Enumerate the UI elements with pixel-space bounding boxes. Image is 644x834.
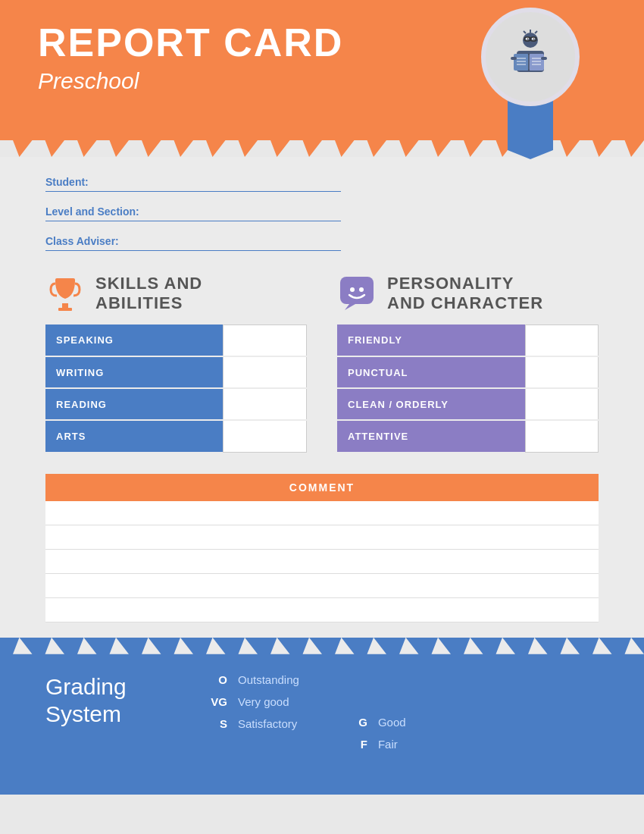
personality-table: FRIENDLY PUNCTUAL CLEAN / ORDERLY ATTENT… bbox=[337, 325, 599, 453]
level-row: Level and Section: bbox=[45, 205, 599, 221]
svg-point-3 bbox=[527, 39, 529, 40]
grading-row: G Good bbox=[345, 716, 406, 729]
footer: GradingSystem O Outstanding VG Very good… bbox=[0, 654, 644, 795]
personality-label-cell: CLEAN / ORDERLY bbox=[337, 388, 525, 420]
grade-description: Very good bbox=[238, 695, 289, 708]
svg-point-4 bbox=[533, 39, 535, 40]
grading-row: VG Very good bbox=[205, 695, 299, 708]
personality-table-row: FRIENDLY bbox=[337, 325, 599, 356]
skills-table: SPEAKING WRITING READING ARTS bbox=[45, 325, 307, 453]
adviser-label: Class Adviser: bbox=[45, 235, 599, 247]
comment-lines bbox=[45, 501, 599, 622]
skills-section-header: SKILLS ANDABILITIES bbox=[45, 274, 307, 314]
grading-system-title: GradingSystem bbox=[45, 673, 159, 728]
svg-rect-24 bbox=[58, 308, 72, 311]
grade-description: Fair bbox=[378, 738, 398, 751]
header: REPORT CARD Preschool bbox=[0, 0, 644, 140]
personality-title: PERSONALITYAND CHARACTER bbox=[387, 274, 543, 314]
personality-label-cell: FRIENDLY bbox=[337, 325, 525, 356]
grading-row: F Fair bbox=[345, 738, 406, 751]
book-reader-icon bbox=[500, 27, 561, 87]
level-input-line bbox=[45, 221, 341, 221]
svg-rect-13 bbox=[529, 54, 544, 71]
grade-description: Good bbox=[378, 716, 406, 729]
personality-section-header: PERSONALITYAND CHARACTER bbox=[337, 274, 599, 314]
skills-label-cell: WRITING bbox=[45, 356, 223, 388]
svg-rect-15 bbox=[511, 57, 517, 60]
grade-code: O bbox=[205, 673, 227, 686]
personality-table-row: PUNCTUAL bbox=[337, 356, 599, 388]
skills-label-cell: READING bbox=[45, 388, 223, 420]
skills-title: SKILLS ANDABILITIES bbox=[95, 274, 202, 314]
student-label: Student: bbox=[45, 176, 599, 188]
svg-point-28 bbox=[350, 287, 355, 292]
skills-value-cell bbox=[223, 356, 306, 388]
skills-section: SKILLS ANDABILITIES SPEAKING WRITING REA… bbox=[45, 274, 307, 453]
personality-label-cell: PUNCTUAL bbox=[337, 356, 525, 388]
comment-section: COMMENT bbox=[45, 474, 599, 622]
skills-value-cell bbox=[223, 420, 306, 452]
grade-description: Outstanding bbox=[238, 673, 299, 686]
student-info-section: Student: Level and Section: Class Advise… bbox=[45, 176, 599, 251]
badge-container bbox=[477, 8, 583, 159]
comment-line bbox=[45, 574, 599, 598]
svg-marker-27 bbox=[345, 304, 355, 310]
main-content: Student: Level and Section: Class Advise… bbox=[0, 157, 644, 638]
skills-table-row: WRITING bbox=[45, 356, 307, 388]
grade-code: G bbox=[345, 716, 367, 729]
smiley-chat-icon bbox=[337, 274, 377, 313]
svg-rect-25 bbox=[55, 278, 75, 282]
comment-line bbox=[45, 598, 599, 622]
badge-circle bbox=[481, 8, 580, 106]
svg-point-29 bbox=[359, 287, 364, 292]
svg-rect-16 bbox=[541, 57, 547, 60]
svg-line-9 bbox=[524, 31, 526, 33]
svg-rect-26 bbox=[340, 277, 374, 304]
grading-table: O Outstanding VG Very good S Satisfactor… bbox=[205, 673, 599, 751]
skills-value-cell bbox=[223, 325, 306, 356]
comment-line bbox=[45, 501, 599, 525]
skills-table-row: ARTS bbox=[45, 420, 307, 452]
personality-value-cell bbox=[525, 356, 598, 388]
personality-table-row: ATTENTIVE bbox=[337, 420, 599, 452]
sections-row: SKILLS ANDABILITIES SPEAKING WRITING REA… bbox=[45, 274, 599, 453]
svg-rect-23 bbox=[62, 303, 68, 308]
grade-description: Satisfactory bbox=[238, 717, 297, 730]
svg-line-10 bbox=[535, 31, 537, 33]
personality-value-cell bbox=[525, 325, 598, 356]
svg-rect-12 bbox=[514, 54, 529, 71]
comment-header: COMMENT bbox=[45, 474, 599, 501]
skills-table-row: SPEAKING bbox=[45, 325, 307, 356]
student-row: Student: bbox=[45, 176, 599, 192]
personality-value-cell bbox=[525, 388, 598, 420]
skills-table-row: READING bbox=[45, 388, 307, 420]
comment-line bbox=[45, 550, 599, 574]
grading-col-left: O Outstanding VG Very good S Satisfactor… bbox=[205, 673, 299, 751]
grading-row: O Outstanding bbox=[205, 673, 299, 686]
personality-section: PERSONALITYAND CHARACTER FRIENDLY PUNCTU… bbox=[337, 274, 599, 453]
personality-table-row: CLEAN / ORDERLY bbox=[337, 388, 599, 420]
grade-code: S bbox=[205, 717, 227, 730]
grading-row: S Satisfactory bbox=[205, 717, 299, 730]
skills-label-cell: ARTS bbox=[45, 420, 223, 452]
grade-code: F bbox=[345, 738, 367, 751]
personality-value-cell bbox=[525, 420, 598, 452]
comment-line bbox=[45, 525, 599, 550]
student-input-line bbox=[45, 191, 341, 192]
adviser-input-line bbox=[45, 250, 341, 251]
level-label: Level and Section: bbox=[45, 205, 599, 218]
badge-ribbon bbox=[508, 99, 553, 159]
skills-value-cell bbox=[223, 388, 306, 420]
grading-col-right: G Good F Fair bbox=[345, 673, 406, 751]
skills-label-cell: SPEAKING bbox=[45, 325, 223, 356]
adviser-row: Class Adviser: bbox=[45, 235, 599, 251]
grade-code: VG bbox=[205, 695, 227, 708]
personality-label-cell: ATTENTIVE bbox=[337, 420, 525, 452]
zigzag-divider-bottom bbox=[0, 638, 644, 654]
trophy-icon bbox=[45, 274, 85, 313]
